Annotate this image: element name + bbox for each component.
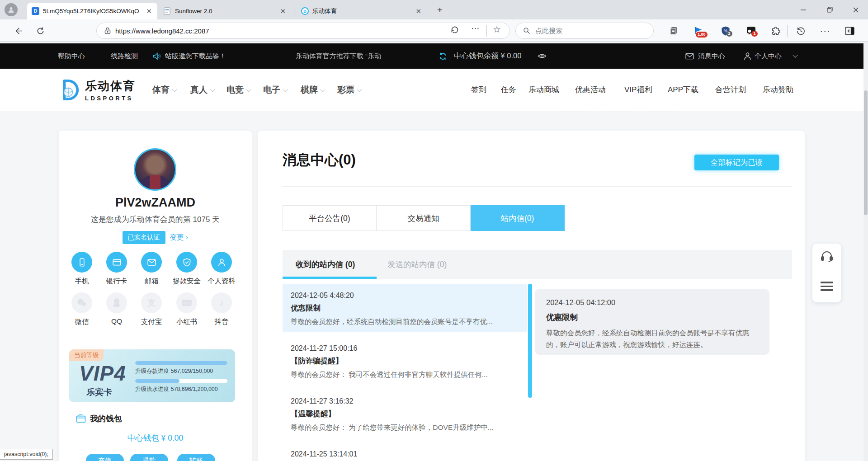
- current-level-tag: 当前等级: [69, 349, 104, 361]
- nav-menu-sports[interactable]: 体育: [152, 69, 176, 111]
- chat-extension-icon[interactable]: 1: [744, 25, 758, 37]
- message-center-link[interactable]: 消息中心: [698, 43, 725, 69]
- security-item-phone[interactable]: 手机: [66, 252, 98, 286]
- page-scrollbar-thumb[interactable]: [864, 90, 868, 215]
- tab-1-active[interactable]: D 5LmQ5Yqo5L2T6IKyfOS5kOWKqO ✕: [27, 3, 157, 19]
- address-more-icon[interactable]: ⋯: [471, 23, 480, 33]
- social-item-alipay[interactable]: 支 支付宝: [136, 292, 167, 327]
- window-restore-button[interactable]: [819, 0, 840, 19]
- subtab-received-mail[interactable]: 收到的站内信 (0): [296, 250, 355, 279]
- user-avatar[interactable]: [134, 148, 176, 191]
- history-icon[interactable]: [794, 25, 807, 37]
- sidebar-deposit-button[interactable]: 充值: [86, 454, 124, 461]
- new-tab-button[interactable]: +: [433, 4, 447, 16]
- window-minimize-button[interactable]: [793, 0, 814, 19]
- social-item-wechat[interactable]: 微信: [66, 292, 98, 327]
- address-bar[interactable]: https://www.ledong842.cc:2087: [96, 23, 510, 39]
- site-logo[interactable]: 乐动体育 LDSPORTS: [58, 69, 136, 111]
- favorite-star-icon[interactable]: ☆: [493, 24, 501, 35]
- extensions-puzzle-icon[interactable]: [769, 25, 782, 37]
- flag-extension-icon[interactable]: 1.00: [692, 25, 705, 37]
- window-close-button[interactable]: [845, 0, 866, 19]
- svg-text:小红书: 小红书: [183, 301, 191, 305]
- customer-service-headset-icon[interactable]: [821, 251, 833, 263]
- url-text[interactable]: https://www.ledong842.cc:2087: [115, 27, 209, 35]
- nav-link-app[interactable]: APP下载: [668, 69, 698, 111]
- back-button[interactable]: [12, 25, 24, 37]
- message-item-selected[interactable]: 2024-12-05 4:48:20 优惠限制 尊敬的会员您好，经系统自动检测目…: [283, 284, 527, 332]
- message-item[interactable]: 2024-11-27 15:00:16 【防诈骗提醒】 尊敬的会员您好： 我司不…: [283, 337, 527, 385]
- bank-card-icon: [106, 252, 127, 273]
- nav-menu-esports[interactable]: 电竞: [226, 69, 250, 111]
- sidebar-withdraw-button[interactable]: 提款: [130, 454, 168, 461]
- tab-separator: [294, 6, 294, 15]
- nav-link-sponsor[interactable]: 乐动赞助: [763, 69, 793, 111]
- tab-platform-announcements[interactable]: 平台公告(0): [283, 205, 377, 231]
- help-center-link[interactable]: 帮助中心: [58, 43, 85, 69]
- nav-menu-chess[interactable]: 棋牌: [301, 69, 325, 111]
- message-center-panel: 消息中心(0) 全部标记为已读 平台公告(0) 交易通知 站内信(0) 收到的站…: [258, 131, 805, 461]
- security-item-profile[interactable]: 个人资料: [206, 252, 237, 286]
- site-mail-subtabs: 收到的站内信 (0) 发送的站内信 (0): [283, 250, 792, 279]
- tab-3-close-icon[interactable]: ✕: [415, 7, 422, 15]
- menu-hamburger-icon[interactable]: [821, 282, 833, 293]
- nav-link-vip[interactable]: VIP福利: [624, 69, 652, 111]
- detail-date: 2024-12-05 04:12:00: [546, 298, 758, 307]
- browser-profile-button[interactable]: [5, 3, 18, 16]
- sidebar-toggle-icon[interactable]: [843, 25, 856, 37]
- balance-visibility-icon[interactable]: [538, 43, 547, 69]
- message-item[interactable]: 2024-11-27 3:16:32 【温馨提醒】 尊敬的会员您好： 为了给您带…: [283, 390, 527, 437]
- nav-menu-lottery[interactable]: 彩票: [337, 69, 361, 111]
- security-item-bankcard[interactable]: 银行卡: [101, 252, 132, 286]
- shield-extension-icon[interactable]: % 2: [719, 25, 732, 37]
- mark-all-read-button[interactable]: 全部标记为已读: [694, 155, 779, 170]
- status-bar-link-preview: javascript:void(0);: [0, 449, 53, 460]
- nav-link-tasks[interactable]: 任务: [501, 69, 516, 111]
- message-list-scrollbar[interactable]: [528, 284, 532, 398]
- chevron-down-icon[interactable]: [790, 43, 797, 69]
- reload-mode-icon[interactable]: [450, 25, 459, 34]
- nav-link-affiliate[interactable]: 合营计划: [715, 69, 746, 111]
- personal-center-link[interactable]: 个人中心: [755, 43, 782, 69]
- tab-transaction-notices[interactable]: 交易通知: [377, 205, 471, 231]
- workspaces-icon[interactable]: [667, 25, 680, 37]
- nav-link-checkin[interactable]: 签到: [471, 69, 486, 111]
- social-item-qq[interactable]: QQ: [101, 292, 132, 325]
- site-announcement[interactable]: 站版邀您下载品鉴！: [165, 43, 226, 69]
- security-item-withdraw-safety[interactable]: 提款安全: [171, 252, 203, 286]
- nav-menu-slots[interactable]: 电子: [263, 69, 287, 111]
- tab-3-favicon: D: [301, 7, 309, 15]
- line-check-link[interactable]: 线路检测: [111, 43, 138, 69]
- tab-2[interactable]: Sunflower 2.0 ✕: [159, 3, 291, 19]
- nav-link-mall[interactable]: 乐动商城: [528, 69, 559, 111]
- wallet-refresh-icon[interactable]: [439, 43, 447, 69]
- message-item[interactable]: 2024-11-25 13:14:01: [283, 442, 527, 461]
- tab-3[interactable]: D 乐动体育 ✕: [297, 3, 427, 19]
- tab-2-title: Sunflower 2.0: [175, 8, 275, 14]
- settings-more-icon[interactable]: ···: [818, 25, 832, 37]
- nav-link-promotions[interactable]: 优惠活动: [575, 69, 606, 111]
- sidebar-transfer-button[interactable]: 转账: [177, 454, 215, 461]
- chat-badge: 1: [751, 31, 758, 37]
- detail-title: 优惠限制: [546, 312, 758, 323]
- vip-level-card[interactable]: 当前等级 VIP4 乐宾卡 升级存款进度 567,029/150,000 升级流…: [69, 349, 235, 402]
- my-wallet-title: 我的钱包: [90, 413, 122, 424]
- page-title: 消息中心(0): [283, 151, 356, 169]
- change-link[interactable]: 变更 ›: [170, 233, 188, 242]
- tab-1-close-icon[interactable]: ✕: [145, 7, 153, 15]
- tab-2-close-icon[interactable]: ✕: [279, 7, 287, 15]
- search-placeholder[interactable]: 点此搜索: [535, 27, 562, 35]
- lock-icon[interactable]: [104, 27, 111, 34]
- nav-menu-live[interactable]: 真人: [190, 69, 214, 111]
- vip-card-name: 乐宾卡: [86, 386, 112, 398]
- username: PlV2wZAAMD: [59, 196, 252, 210]
- wechat-icon: [71, 292, 92, 313]
- tab-site-mail[interactable]: 站内信(0): [471, 205, 565, 231]
- social-item-douyin[interactable]: ♪ 抖音: [206, 292, 237, 327]
- security-item-email[interactable]: 邮箱: [136, 252, 167, 286]
- search-box[interactable]: 点此搜索: [515, 23, 654, 39]
- screen: D 5LmQ5Yqo5L2T6IKyfOS5kOWKqO ✕ Sunflower…: [0, 0, 868, 461]
- refresh-button[interactable]: [34, 25, 47, 37]
- subtab-sent-mail[interactable]: 发送的站内信 (0): [387, 250, 447, 279]
- social-item-xiaohongshu[interactable]: 小红书 小红书: [171, 292, 203, 327]
